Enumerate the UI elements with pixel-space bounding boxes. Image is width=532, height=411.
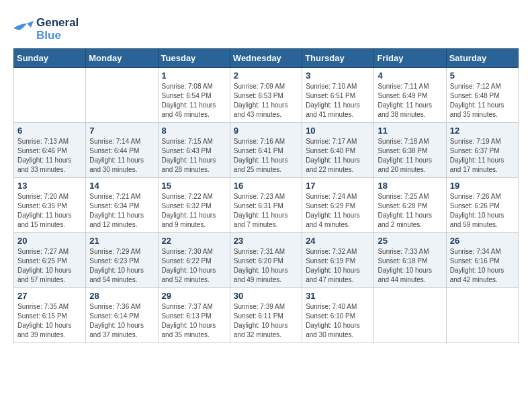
calendar-cell: 6Sunrise: 7:13 AMSunset: 6:46 PMDaylight… (14, 123, 86, 178)
calendar-cell: 12Sunrise: 7:19 AMSunset: 6:37 PMDayligh… (446, 123, 518, 178)
calendar-cell: 26Sunrise: 7:34 AMSunset: 6:16 PMDayligh… (446, 233, 518, 288)
calendar-cell (446, 288, 518, 343)
calendar-cell: 19Sunrise: 7:26 AMSunset: 6:26 PMDayligh… (446, 178, 518, 233)
calendar-cell: 3Sunrise: 7:10 AMSunset: 6:51 PMDaylight… (302, 68, 374, 123)
day-info: Sunrise: 7:16 AMSunset: 6:41 PMDaylight:… (234, 137, 298, 175)
calendar-week-row: 1Sunrise: 7:08 AMSunset: 6:54 PMDaylight… (14, 68, 519, 123)
day-info: Sunrise: 7:18 AMSunset: 6:38 PMDaylight:… (378, 137, 442, 175)
day-info: Sunrise: 7:39 AMSunset: 6:11 PMDaylight:… (234, 302, 298, 340)
calendar-cell (86, 68, 158, 123)
day-info: Sunrise: 7:19 AMSunset: 6:37 PMDaylight:… (450, 137, 515, 175)
calendar-cell: 1Sunrise: 7:08 AMSunset: 6:54 PMDaylight… (158, 68, 230, 123)
day-number: 9 (234, 126, 298, 136)
day-info: Sunrise: 7:20 AMSunset: 6:35 PMDaylight:… (17, 192, 82, 230)
header-sunday: Sunday (14, 49, 86, 68)
day-number: 27 (17, 291, 82, 301)
day-number: 14 (89, 181, 154, 191)
calendar-cell: 23Sunrise: 7:31 AMSunset: 6:20 PMDayligh… (230, 233, 302, 288)
day-info: Sunrise: 7:30 AMSunset: 6:22 PMDaylight:… (162, 247, 226, 285)
calendar-cell: 10Sunrise: 7:17 AMSunset: 6:40 PMDayligh… (302, 123, 374, 178)
day-number: 10 (306, 126, 370, 136)
header-friday: Friday (374, 49, 446, 68)
day-number: 21 (89, 236, 154, 246)
day-number: 4 (378, 71, 442, 81)
day-info: Sunrise: 7:35 AMSunset: 6:15 PMDaylight:… (17, 302, 82, 340)
day-number: 8 (162, 126, 226, 136)
calendar-cell: 9Sunrise: 7:16 AMSunset: 6:41 PMDaylight… (230, 123, 302, 178)
logo-general-text: General (36, 17, 79, 30)
day-info: Sunrise: 7:22 AMSunset: 6:32 PMDaylight:… (162, 192, 226, 230)
day-number: 28 (89, 291, 154, 301)
day-number: 29 (162, 291, 226, 301)
logo-text-block: General Blue (36, 17, 79, 42)
day-info: Sunrise: 7:25 AMSunset: 6:28 PMDaylight:… (378, 192, 442, 230)
header-monday: Monday (86, 49, 158, 68)
calendar-cell: 20Sunrise: 7:27 AMSunset: 6:25 PMDayligh… (14, 233, 86, 288)
day-info: Sunrise: 7:08 AMSunset: 6:54 PMDaylight:… (162, 82, 226, 120)
day-info: Sunrise: 7:17 AMSunset: 6:40 PMDaylight:… (306, 137, 370, 175)
day-info: Sunrise: 7:31 AMSunset: 6:20 PMDaylight:… (234, 247, 298, 285)
day-number: 23 (234, 236, 298, 246)
day-number: 15 (162, 181, 226, 191)
day-number: 26 (450, 236, 515, 246)
day-number: 24 (306, 236, 370, 246)
day-number: 2 (234, 71, 298, 81)
day-info: Sunrise: 7:21 AMSunset: 6:34 PMDaylight:… (89, 192, 154, 230)
day-number: 20 (17, 236, 82, 246)
calendar-week-row: 27Sunrise: 7:35 AMSunset: 6:15 PMDayligh… (14, 288, 519, 343)
day-number: 18 (378, 181, 442, 191)
day-number: 19 (450, 181, 515, 191)
svg-marker-0 (27, 21, 34, 28)
day-info: Sunrise: 7:12 AMSunset: 6:48 PMDaylight:… (450, 82, 515, 120)
day-number: 31 (306, 291, 370, 301)
calendar-cell: 21Sunrise: 7:29 AMSunset: 6:23 PMDayligh… (86, 233, 158, 288)
day-info: Sunrise: 7:27 AMSunset: 6:25 PMDaylight:… (17, 247, 82, 285)
calendar-cell: 22Sunrise: 7:30 AMSunset: 6:22 PMDayligh… (158, 233, 230, 288)
day-info: Sunrise: 7:23 AMSunset: 6:31 PMDaylight:… (234, 192, 298, 230)
calendar-week-row: 13Sunrise: 7:20 AMSunset: 6:35 PMDayligh… (14, 178, 519, 233)
calendar-cell: 11Sunrise: 7:18 AMSunset: 6:38 PMDayligh… (374, 123, 446, 178)
calendar-cell: 17Sunrise: 7:24 AMSunset: 6:29 PMDayligh… (302, 178, 374, 233)
calendar-cell (374, 288, 446, 343)
header-saturday: Saturday (446, 49, 518, 68)
day-number: 1 (162, 71, 226, 81)
calendar-cell: 24Sunrise: 7:32 AMSunset: 6:19 PMDayligh… (302, 233, 374, 288)
calendar-week-row: 6Sunrise: 7:13 AMSunset: 6:46 PMDaylight… (14, 123, 519, 178)
logo-bird-icon (13, 18, 34, 41)
calendar-cell: 18Sunrise: 7:25 AMSunset: 6:28 PMDayligh… (374, 178, 446, 233)
calendar-cell: 15Sunrise: 7:22 AMSunset: 6:32 PMDayligh… (158, 178, 230, 233)
day-info: Sunrise: 7:10 AMSunset: 6:51 PMDaylight:… (306, 82, 370, 120)
day-info: Sunrise: 7:29 AMSunset: 6:23 PMDaylight:… (89, 247, 154, 285)
day-info: Sunrise: 7:36 AMSunset: 6:14 PMDaylight:… (89, 302, 154, 340)
day-info: Sunrise: 7:24 AMSunset: 6:29 PMDaylight:… (306, 192, 370, 230)
calendar-cell (14, 68, 86, 123)
calendar-cell: 7Sunrise: 7:14 AMSunset: 6:44 PMDaylight… (86, 123, 158, 178)
calendar-table: SundayMondayTuesdayWednesdayThursdayFrid… (13, 48, 519, 343)
header-tuesday: Tuesday (158, 49, 230, 68)
day-number: 16 (234, 181, 298, 191)
calendar-cell: 2Sunrise: 7:09 AMSunset: 6:53 PMDaylight… (230, 68, 302, 123)
calendar-header-row: SundayMondayTuesdayWednesdayThursdayFrid… (14, 49, 519, 68)
calendar-cell: 14Sunrise: 7:21 AMSunset: 6:34 PMDayligh… (86, 178, 158, 233)
day-number: 7 (89, 126, 154, 136)
calendar-cell: 4Sunrise: 7:11 AMSunset: 6:49 PMDaylight… (374, 68, 446, 123)
day-number: 12 (450, 126, 515, 136)
calendar-cell: 5Sunrise: 7:12 AMSunset: 6:48 PMDaylight… (446, 68, 518, 123)
day-number: 3 (306, 71, 370, 81)
logo: General Blue (13, 13, 79, 42)
header-wednesday: Wednesday (230, 49, 302, 68)
day-number: 6 (17, 126, 82, 136)
day-number: 11 (378, 126, 442, 136)
calendar-cell: 16Sunrise: 7:23 AMSunset: 6:31 PMDayligh… (230, 178, 302, 233)
day-number: 30 (234, 291, 298, 301)
day-number: 17 (306, 181, 370, 191)
calendar-cell: 31Sunrise: 7:40 AMSunset: 6:10 PMDayligh… (302, 288, 374, 343)
day-info: Sunrise: 7:32 AMSunset: 6:19 PMDaylight:… (306, 247, 370, 285)
day-info: Sunrise: 7:34 AMSunset: 6:16 PMDaylight:… (450, 247, 515, 285)
calendar-cell: 13Sunrise: 7:20 AMSunset: 6:35 PMDayligh… (14, 178, 86, 233)
day-info: Sunrise: 7:15 AMSunset: 6:43 PMDaylight:… (162, 137, 226, 175)
day-info: Sunrise: 7:13 AMSunset: 6:46 PMDaylight:… (17, 137, 82, 175)
logo-container: General Blue (13, 17, 79, 42)
calendar-cell: 25Sunrise: 7:33 AMSunset: 6:18 PMDayligh… (374, 233, 446, 288)
day-info: Sunrise: 7:40 AMSunset: 6:10 PMDaylight:… (306, 302, 370, 340)
